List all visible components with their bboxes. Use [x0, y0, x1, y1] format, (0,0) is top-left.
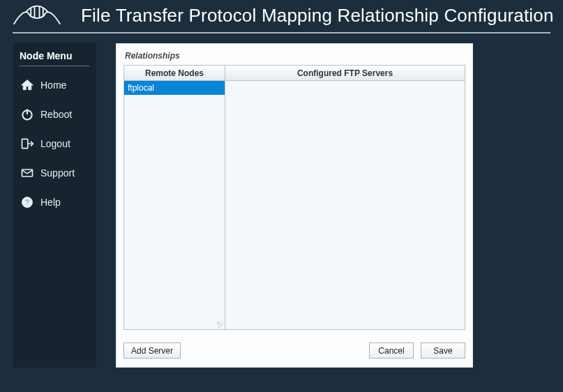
sidebar-item-label: Support — [40, 167, 75, 179]
sidebar-item-label: Logout — [40, 138, 70, 149]
page-title: File Transfer Protocol Mapping Relations… — [81, 5, 554, 27]
panel-title: Relationships — [123, 50, 465, 65]
sidebar-item-label: Reboot — [40, 109, 72, 120]
svg-text:?: ? — [24, 197, 29, 206]
add-server-button[interactable]: Add Server — [123, 342, 181, 359]
remote-node-item[interactable]: ftplocal — [124, 81, 225, 95]
envelope-icon — [20, 165, 35, 181]
sidebar: Node Menu Home Reboot Logout Support — [13, 43, 96, 368]
remote-nodes-header: Remote Nodes — [124, 66, 225, 81]
sidebar-item-label: Home — [40, 80, 66, 91]
resize-grip-icon[interactable] — [217, 322, 224, 329]
logout-icon — [20, 136, 35, 151]
app-header: File Transfer Protocol Mapping Relations… — [0, 0, 563, 31]
ftp-servers-list[interactable] — [225, 81, 465, 329]
button-row: Add Server Cancel Save — [123, 342, 465, 359]
sidebar-item-help[interactable]: ? Help — [20, 188, 89, 217]
remote-nodes-column: Remote Nodes ftplocal — [124, 66, 225, 329]
power-icon — [20, 107, 35, 122]
sidebar-item-support[interactable]: Support — [20, 158, 89, 188]
ftp-servers-column: Configured FTP Servers — [225, 66, 465, 329]
save-button[interactable]: Save — [421, 342, 465, 359]
cancel-button[interactable]: Cancel — [369, 342, 414, 359]
svg-rect-6 — [22, 139, 28, 148]
sidebar-item-home[interactable]: Home — [20, 70, 89, 100]
bridge-logo-icon — [13, 0, 61, 31]
home-icon — [20, 77, 35, 93]
sidebar-item-reboot[interactable]: Reboot — [20, 100, 89, 129]
sidebar-title: Node Menu — [20, 47, 89, 66]
sidebar-item-label: Help — [40, 197, 61, 208]
remote-nodes-list[interactable]: ftplocal — [124, 81, 225, 329]
help-icon: ? — [20, 195, 35, 210]
main-panel: Relationships Remote Nodes ftplocal Conf… — [116, 43, 473, 368]
sidebar-divider — [20, 66, 89, 66]
ftp-servers-header: Configured FTP Servers — [225, 66, 465, 81]
sidebar-item-logout[interactable]: Logout — [20, 129, 89, 158]
relationships-grid: Remote Nodes ftplocal Configured FTP Ser… — [123, 65, 465, 330]
